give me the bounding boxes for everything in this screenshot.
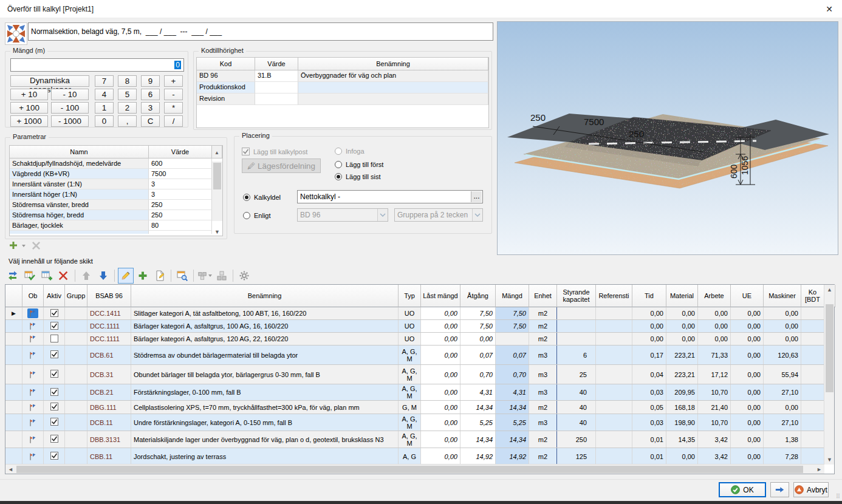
cell-ob[interactable]: [22, 346, 44, 364]
step-plus1000-button[interactable]: + 1000: [10, 115, 48, 127]
cell-enhet[interactable]: m3: [529, 346, 557, 364]
numpad-key-*[interactable]: *: [164, 102, 183, 114]
step-minus100-button[interactable]: - 100: [51, 102, 89, 114]
cell-mangd[interactable]: 7,50: [496, 307, 529, 319]
cell-referenstid[interactable]: [596, 365, 632, 384]
cell-benamning[interactable]: Obundet bärlager till belagda ytor, bärl…: [131, 365, 399, 384]
param-vscroll-thumb[interactable]: [213, 163, 221, 189]
cell-mangd[interactable]: 14,92: [496, 448, 529, 465]
cell-tid[interactable]: 0,01: [632, 448, 666, 465]
cell-last-mangd[interactable]: 0,00: [421, 365, 460, 384]
grid-hscrollbar[interactable]: ◄ ►: [5, 464, 824, 474]
ob-flag[interactable]: [27, 321, 38, 331]
quantity-input[interactable]: 0: [10, 58, 184, 72]
cell-material[interactable]: 223,21: [666, 346, 698, 364]
ob-flag[interactable]: [27, 387, 38, 397]
table-row[interactable]: CBB.11Jordschakt, justering av terrassA,…: [5, 448, 824, 465]
cell-tid[interactable]: 0,00: [632, 333, 666, 345]
column-header-Ob[interactable]: Ob: [22, 285, 44, 307]
cell-ob[interactable]: [22, 333, 44, 345]
cell-material[interactable]: 168,18: [666, 401, 698, 414]
column-header-Grupp[interactable]: Grupp: [65, 285, 87, 307]
cell-arbete[interactable]: 71,33: [698, 346, 731, 364]
cell-referenstid[interactable]: [596, 448, 632, 465]
cell-typ[interactable]: A, G, M: [399, 365, 421, 384]
step-minus10-button[interactable]: - 10: [51, 89, 89, 100]
column-header-Typ[interactable]: Typ: [399, 285, 421, 307]
cell-mangd[interactable]: 7,50: [496, 320, 529, 332]
param-scroll-up-icon[interactable]: ▲: [212, 146, 222, 158]
cell-enhet[interactable]: m2: [529, 307, 557, 319]
cell-arbete[interactable]: 3,42: [698, 448, 731, 465]
cell-arbete[interactable]: 0,00: [698, 320, 731, 332]
column-header-marker[interactable]: [5, 285, 22, 307]
table-row[interactable]: DBG.111Cellplastisolering XPS, t=70 mm, …: [5, 401, 824, 414]
numpad-key-8[interactable]: 8: [118, 75, 137, 87]
table-row[interactable]: DCB.61Stödremsa av obundet bärlagermater…: [5, 346, 824, 365]
cell-styrande[interactable]: 40: [557, 414, 596, 431]
delete-parameter-button[interactable]: [32, 241, 41, 251]
add-parameter-caret-icon[interactable]: [22, 245, 26, 247]
cell-maskiner[interactable]: 0,00: [764, 333, 801, 345]
cell-bsab[interactable]: DCB.11: [87, 414, 131, 431]
cell-ko[interactable]: [801, 346, 824, 364]
cell-bsab[interactable]: CBB.11: [87, 448, 131, 465]
preview-3d-viewport[interactable]: 250 7500 250 600 1056: [497, 21, 838, 255]
table-add-button[interactable]: [39, 268, 55, 284]
cell-material[interactable]: 0,00: [666, 333, 698, 345]
aktiv-checkbox[interactable]: [50, 403, 58, 412]
param-cell-varde[interactable]: [149, 231, 212, 234]
cell-ue[interactable]: 0,00: [731, 448, 764, 465]
kod-cell-varde[interactable]: 31.B: [255, 70, 298, 82]
cell-grupp[interactable]: [65, 320, 87, 332]
cell-last-mangd[interactable]: 0,00: [421, 346, 460, 364]
column-header-Aktiv[interactable]: Aktiv: [44, 285, 65, 307]
numpad-key-5[interactable]: 5: [118, 89, 137, 100]
cell-ko[interactable]: [801, 307, 824, 319]
cell-atgang[interactable]: 14,34: [460, 431, 496, 448]
cell-atgang[interactable]: 7,50: [460, 307, 496, 319]
cell-referenstid[interactable]: [596, 346, 632, 364]
add-parameter-button[interactable]: [9, 240, 18, 251]
cell-enhet[interactable]: m3: [529, 384, 557, 400]
cell-referenstid[interactable]: [596, 414, 632, 431]
cell-atgang[interactable]: 14,92: [460, 448, 496, 465]
scroll-down-icon[interactable]: ▼: [824, 455, 835, 465]
cell-grupp[interactable]: [65, 365, 87, 384]
cell-atgang[interactable]: 0,07: [460, 346, 496, 364]
cell-ob[interactable]: [22, 384, 44, 400]
cell-aktiv[interactable]: [44, 346, 65, 364]
cell-material[interactable]: 0,00: [666, 320, 698, 332]
table-row[interactable]: DCB.11Undre förstärkningslager, kategori…: [5, 414, 824, 431]
cell-styrande[interactable]: 6: [557, 346, 596, 364]
cell-bsab[interactable]: DCB.61: [87, 346, 131, 364]
cell-referenstid[interactable]: [596, 401, 632, 414]
cell-bsab[interactable]: DCB.21: [87, 384, 131, 400]
column-header-Benämning[interactable]: Benämning: [131, 285, 399, 307]
new-doc-button[interactable]: [152, 268, 168, 284]
cell-aktiv[interactable]: [44, 320, 65, 332]
cell-atgang[interactable]: 4,31: [460, 384, 496, 400]
table-search-button[interactable]: [174, 268, 190, 284]
cell-grupp[interactable]: [65, 384, 87, 400]
cell-tid[interactable]: 0,00: [632, 307, 666, 319]
cell-last-mangd[interactable]: 0,00: [421, 384, 460, 400]
move-down-button[interactable]: [95, 268, 111, 284]
cell-maskiner[interactable]: 0,00: [764, 401, 801, 414]
cell-tid[interactable]: 0,00: [632, 320, 666, 332]
table-row[interactable]: DBB.3131Materialskiljande lager under öv…: [5, 431, 824, 448]
cell-grupp[interactable]: [65, 431, 87, 448]
cell-maskiner[interactable]: 27,10: [764, 384, 801, 400]
cell-bsab[interactable]: DCC.1111: [87, 333, 131, 345]
param-cell-varde[interactable]: 7500: [149, 169, 212, 179]
cell-styrande[interactable]: [557, 307, 596, 319]
cell-grupp[interactable]: [65, 333, 87, 345]
cell-benamning[interactable]: Materialskiljande lager under överbyggna…: [131, 431, 399, 448]
cell-ob[interactable]: [22, 448, 44, 465]
cell-benamning[interactable]: Jordschakt, justering av terrass: [131, 448, 399, 465]
edit-button[interactable]: [118, 268, 134, 284]
numpad-key-0[interactable]: 0: [95, 115, 114, 127]
cell-styrande[interactable]: 250: [557, 431, 596, 448]
ob-flag[interactable]: [27, 334, 38, 344]
cell-material[interactable]: 223,21: [666, 365, 698, 384]
